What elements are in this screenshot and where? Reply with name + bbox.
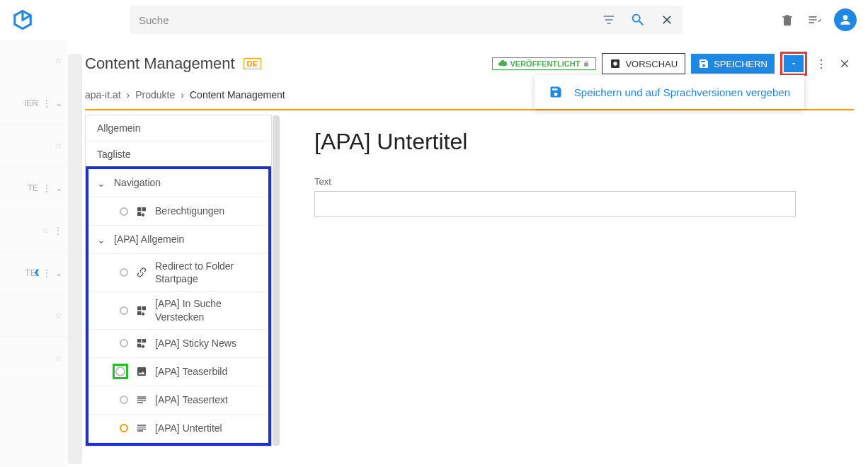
checklist-icon[interactable]: [807, 13, 821, 27]
close-icon[interactable]: [835, 54, 854, 73]
tree-label: [APA] In Suche Verstecken: [155, 297, 261, 323]
search-bar: [130, 6, 683, 34]
divider-track[interactable]: [68, 54, 82, 464]
lang-badge: DE: [244, 58, 261, 69]
more-icon[interactable]: ⋮: [813, 54, 830, 74]
more-icon[interactable]: ⋮: [54, 226, 62, 236]
collapse-arrow-icon[interactable]: ‹: [34, 262, 40, 282]
save-dropdown-panel: Speichern und auf Sprachversionen vergeb…: [535, 75, 804, 109]
tree-item-berechtigungen[interactable]: Berechtigungen: [88, 197, 268, 226]
preview-button[interactable]: VORSCHAU: [602, 53, 685, 74]
star-icon: ☆: [55, 141, 62, 151]
filter-icon[interactable]: [602, 13, 616, 27]
rail-label: IER: [24, 98, 38, 108]
tree-item-sticky[interactable]: [APA] Sticky News: [88, 330, 268, 358]
tree-item-teasertext[interactable]: [APA] Teasertext: [88, 386, 268, 415]
status-text: VERÖFFENTLICHT: [510, 59, 580, 68]
tree-label: [APA] Teaserbild: [155, 365, 261, 378]
save-icon: [549, 85, 563, 99]
tree-dot: [120, 207, 128, 216]
tree-group-navigation[interactable]: ⌄ Navigation: [88, 169, 268, 197]
page-header: Content Management DE VERÖFFENTLICHT VOR…: [85, 50, 868, 78]
delete-icon[interactable]: [780, 13, 794, 27]
highlight-tree-dot: [113, 364, 128, 379]
tree-item-untertitel[interactable]: [APA] Untertitel: [88, 415, 268, 443]
left-rail: ☆ IER⋮⌄ ☆ TE⋮⌄ ☆⋮ TEI⋮⌄ ☆ ☆: [0, 40, 68, 467]
save-button[interactable]: SPEICHERN: [691, 54, 775, 74]
divider: [85, 109, 854, 110]
chevron-right-icon: ›: [127, 89, 130, 100]
tree-dot: [120, 396, 128, 404]
star-icon: ☆: [55, 311, 62, 321]
chevron-down-icon[interactable]: ⌄: [96, 234, 107, 246]
save-dropdown-button[interactable]: [784, 55, 804, 72]
star-icon: ☆: [55, 353, 62, 363]
preview-label: VORSCHAU: [625, 59, 678, 69]
tree-dot: [120, 268, 128, 277]
star-icon: ☆: [55, 56, 62, 66]
chevron-down-icon[interactable]: ⌄: [55, 183, 62, 193]
tree-label: Redirect to Folder Startpage: [155, 260, 261, 285]
tree-group-apa-allgemein[interactable]: ⌄ [APA] Allgemein: [88, 226, 268, 254]
tree-dot: [120, 339, 128, 347]
panel-item-allgemein[interactable]: Allgemein: [86, 115, 271, 142]
link-icon: [135, 266, 148, 279]
close-icon[interactable]: [660, 13, 674, 27]
star-icon: ☆: [42, 226, 50, 236]
save-label: SPEICHERN: [714, 59, 767, 69]
tree-dot: [120, 306, 128, 315]
tree-item-suche-verstecken[interactable]: [APA] In Suche Verstecken: [88, 292, 268, 329]
more-icon[interactable]: ⋮: [42, 98, 51, 108]
widgets-icon: [135, 304, 148, 317]
chevron-down-icon[interactable]: ⌄: [55, 98, 62, 108]
breadcrumb-item[interactable]: apa-it.at: [85, 89, 121, 100]
breadcrumb-item[interactable]: Produkte: [135, 89, 175, 100]
tree-label: [APA] Sticky News: [155, 337, 261, 350]
tree-highlight: ⌄ Navigation Berechtigungen ⌄ [APA] Allg…: [86, 166, 271, 446]
tree-label: [APA] Allgemein: [114, 233, 261, 246]
text-icon: [135, 393, 148, 406]
avatar[interactable]: [834, 8, 857, 31]
tree-item-teaserbild[interactable]: [APA] Teaserbild: [88, 358, 268, 386]
widgets-icon: [135, 205, 148, 218]
breadcrumb-current: Content Management: [190, 89, 285, 100]
tree-label: Navigation: [114, 176, 261, 189]
status-badge: VERÖFFENTLICHT: [492, 57, 596, 70]
chevron-right-icon: ›: [181, 89, 184, 100]
panel-item-tagliste[interactable]: Tagliste: [86, 142, 271, 168]
field-label-text: Text: [314, 176, 840, 187]
chevron-down-icon[interactable]: ⌄: [96, 178, 107, 189]
editor-pane: [APA] Untertitel Text: [272, 115, 868, 446]
tree-item-redirect[interactable]: Redirect to Folder Startpage: [88, 254, 268, 292]
highlight-save-dropdown: [780, 52, 807, 76]
widgets-icon: [135, 337, 148, 350]
more-icon[interactable]: ⋮: [42, 268, 51, 278]
text-field[interactable]: [314, 191, 796, 217]
side-panel: Allgemein Tagliste ⌄ Navigation Berechti…: [85, 115, 272, 446]
text-icon: [135, 422, 148, 434]
rail-label: TE: [28, 183, 38, 193]
tree-label: Berechtigungen: [155, 204, 261, 217]
editor-heading: [APA] Untertitel: [314, 129, 840, 155]
svg-point-1: [614, 62, 617, 65]
more-icon[interactable]: ⋮: [42, 183, 51, 193]
topbar: [0, 0, 868, 40]
save-langs-link[interactable]: Speichern und auf Sprachversionen vergeb…: [574, 86, 790, 98]
app-logo[interactable]: [11, 8, 34, 31]
page-title: Content Management: [85, 54, 235, 73]
tree-dot-active: [120, 424, 128, 432]
scrollbar[interactable]: [273, 115, 280, 446]
chevron-down-icon[interactable]: ⌄: [55, 268, 62, 278]
tree-label: [APA] Untertitel: [155, 422, 261, 434]
tree-label: [APA] Teasertext: [155, 393, 261, 406]
image-icon: [135, 365, 148, 378]
search-input[interactable]: [139, 14, 596, 26]
main-area: Content Management DE VERÖFFENTLICHT VOR…: [85, 50, 868, 467]
search-icon[interactable]: [630, 12, 646, 28]
